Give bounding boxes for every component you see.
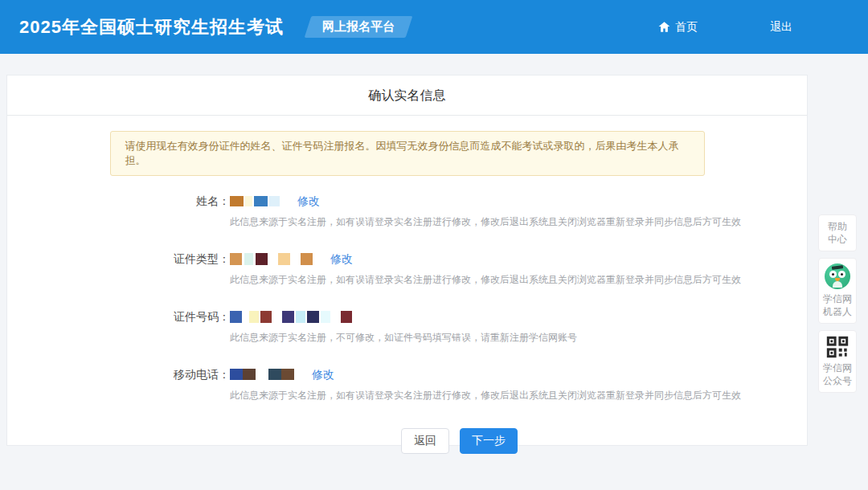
cert-type-modify-link[interactable]: 修改	[330, 251, 353, 267]
button-row: 返回 下一步	[112, 428, 807, 454]
nav-logout[interactable]: 退出	[770, 20, 792, 35]
redacted-block	[278, 253, 290, 265]
redacted-block	[230, 369, 243, 380]
redacted-block	[269, 196, 280, 206]
robot-avatar-icon	[825, 263, 850, 289]
form-row-mobile-phone: 移动电话： 修改 此信息来源于实名注册，如有误请登录实名注册进行修改，修改后退出…	[112, 366, 807, 402]
floating-sidebar: 帮助 中心 学信网 机器人	[818, 214, 857, 399]
nav-logout-label: 退出	[770, 20, 792, 35]
mobile-phone-redacted-value	[230, 369, 294, 380]
redacted-block	[254, 196, 268, 206]
wechat-label-line1: 学信网	[821, 361, 854, 374]
back-button[interactable]: 返回	[401, 428, 449, 454]
redacted-block	[230, 253, 242, 265]
page-title: 确认实名信息	[7, 76, 807, 116]
redacted-block	[230, 311, 242, 323]
cert-number-redacted-value	[230, 311, 352, 323]
home-icon	[658, 21, 670, 33]
redacted-block	[301, 253, 313, 265]
redacted-block	[307, 311, 319, 323]
form-row-cert-number: 证件号码： 此信息来源于实名注册，不可修改，如证件号码填写错误，请重新注册学信网…	[112, 308, 807, 345]
redacted-block	[281, 369, 294, 380]
cert-number-note: 此信息来源于实名注册，不可修改，如证件号码填写错误，请重新注册学信网账号	[230, 331, 807, 345]
redacted-block	[249, 311, 259, 323]
name-note: 此信息来源于实名注册，如有误请登录实名注册进行修改，修改后退出系统且关闭浏览器重…	[230, 215, 807, 229]
redacted-block	[243, 369, 256, 380]
redacted-block	[341, 311, 352, 323]
nav-home[interactable]: 首页	[658, 20, 698, 35]
wechat-label-line2: 公众号	[821, 374, 854, 387]
form-row-cert-type: 证件类型： 修改 此信息来源于实名注册，如有误请登录实名注册进行修改，修改后退出…	[112, 251, 807, 287]
redacted-block	[256, 253, 268, 265]
name-label: 姓名：	[112, 193, 230, 229]
robot-label-line2: 机器人	[821, 305, 854, 318]
platform-badge: 网上报名平台	[305, 16, 413, 38]
help-center-label-line1: 帮助	[821, 220, 854, 233]
app-title: 2025年全国硕士研究生招生考试	[19, 15, 284, 39]
help-center-widget[interactable]: 帮助 中心	[818, 214, 857, 251]
chsi-robot-widget[interactable]: 学信网 机器人	[818, 258, 857, 324]
form-area: 姓名： 修改 此信息来源于实名注册，如有误请登录实名注册进行修改，修改后退出系统…	[7, 193, 807, 454]
cert-type-note: 此信息来源于实名注册，如有误请登录实名注册进行修改，修改后退出系统且关闭浏览器重…	[230, 273, 807, 287]
notice-banner: 请使用现在有效身份证件的姓名、证件号码注册报名。因填写无效身份信息而造成不能考试…	[110, 131, 705, 176]
redacted-block	[268, 369, 281, 380]
cert-number-label: 证件号码：	[112, 308, 230, 345]
qr-code-icon	[826, 336, 849, 358]
mobile-phone-label: 移动电话：	[112, 366, 230, 402]
redacted-block	[296, 311, 305, 323]
redacted-block	[321, 311, 330, 323]
redacted-block	[230, 196, 244, 206]
nav-home-label: 首页	[675, 20, 698, 35]
redacted-block	[245, 196, 252, 206]
wechat-account-widget[interactable]: 学信网 公众号	[818, 330, 857, 393]
mobile-phone-modify-link[interactable]: 修改	[312, 366, 334, 382]
redacted-block	[282, 311, 294, 323]
main-card: 确认实名信息 请使用现在有效身份证件的姓名、证件号码注册报名。因填写无效身份信息…	[6, 75, 808, 446]
platform-badge-label: 网上报名平台	[322, 19, 395, 35]
redacted-block	[260, 311, 272, 323]
form-row-name: 姓名： 修改 此信息来源于实名注册，如有误请登录实名注册进行修改，修改后退出系统…	[112, 193, 807, 229]
help-center-label-line2: 中心	[821, 233, 854, 246]
app-header: 2025年全国硕士研究生招生考试 网上报名平台 首页 退出	[0, 0, 868, 54]
cert-type-label: 证件类型：	[112, 251, 230, 287]
mobile-phone-note: 此信息来源于实名注册，如有误请登录实名注册进行修改，修改后退出系统且关闭浏览器重…	[230, 389, 807, 402]
redacted-block	[244, 253, 253, 265]
next-step-button[interactable]: 下一步	[460, 428, 518, 454]
name-redacted-value	[230, 196, 280, 206]
robot-label-line1: 学信网	[821, 292, 854, 305]
header-nav: 首页 退出	[658, 20, 849, 35]
cert-type-redacted-value	[230, 253, 313, 265]
name-modify-link[interactable]: 修改	[297, 193, 320, 209]
card-body: 请使用现在有效身份证件的姓名、证件号码注册报名。因填写无效身份信息而造成不能考试…	[7, 116, 807, 454]
